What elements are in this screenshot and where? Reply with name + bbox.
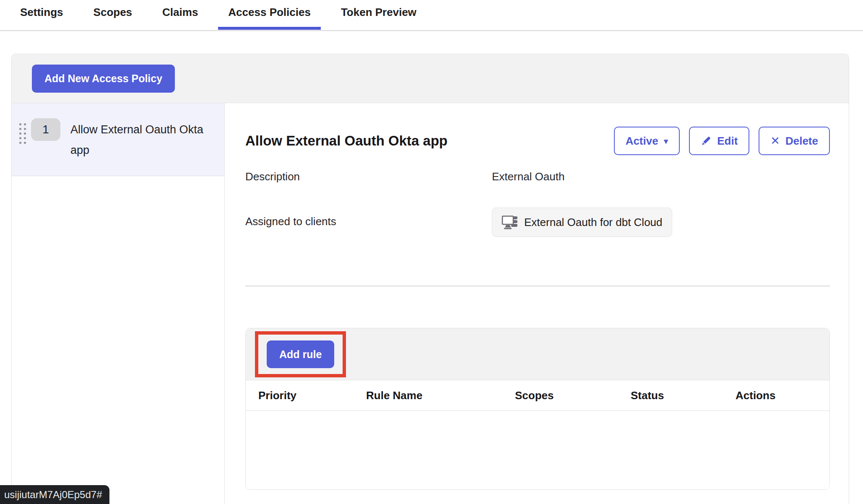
policy-detail-header: Allow External Oauth Okta app Active ▾ E… bbox=[245, 127, 830, 155]
add-rule-button[interactable]: Add rule bbox=[267, 340, 334, 368]
policy-title: Allow External Oauth Okta app bbox=[245, 133, 447, 149]
assigned-clients-row: Assigned to clients bbox=[245, 208, 830, 237]
panel-toolbar: Add New Access Policy bbox=[12, 54, 849, 103]
pencil-icon bbox=[701, 135, 712, 146]
client-chip-label: External Oauth for dbt Cloud bbox=[524, 216, 663, 229]
tab-scopes[interactable]: Scopes bbox=[94, 6, 133, 29]
policy-list-sidebar: 1 Allow External Oauth Okta app bbox=[12, 103, 225, 504]
assigned-clients-value: External Oauth for dbt Cloud bbox=[492, 208, 672, 237]
assigned-clients-label: Assigned to clients bbox=[245, 208, 492, 228]
close-icon: ✕ bbox=[770, 135, 780, 147]
column-header-scopes: Scopes bbox=[515, 389, 631, 402]
column-header-actions: Actions bbox=[736, 389, 829, 402]
status-dropdown-label: Active bbox=[626, 135, 658, 148]
drag-handle-icon[interactable] bbox=[19, 123, 26, 144]
policy-priority-badge: 1 bbox=[31, 118, 60, 141]
rules-panel: Add rule Priority Rule Name Scopes Statu… bbox=[245, 328, 830, 490]
column-header-priority: Priority bbox=[258, 389, 366, 402]
policy-list-item[interactable]: 1 Allow External Oauth Okta app bbox=[12, 103, 224, 176]
rules-toolbar: Add rule bbox=[246, 328, 829, 380]
annotation-highlight-box: Add rule bbox=[255, 331, 346, 377]
panel-body: 1 Allow External Oauth Okta app Allow Ex… bbox=[12, 103, 849, 504]
delete-button-label: Delete bbox=[785, 135, 818, 148]
policy-detail: Allow External Oauth Okta app Active ▾ E… bbox=[225, 103, 849, 504]
description-value: External Oauth bbox=[492, 170, 564, 183]
rules-table-header: Priority Rule Name Scopes Status Actions bbox=[246, 380, 829, 411]
tab-bar: Settings Scopes Claims Access Policies T… bbox=[0, 0, 863, 31]
edit-button[interactable]: Edit bbox=[689, 127, 749, 155]
access-policies-panel: Add New Access Policy 1 Allow External O… bbox=[11, 54, 849, 504]
tab-settings[interactable]: Settings bbox=[20, 6, 63, 29]
client-app-icon bbox=[502, 215, 518, 230]
section-divider bbox=[245, 286, 830, 286]
rules-table-body bbox=[246, 411, 829, 489]
policy-actions: Active ▾ Edit ✕ Delete bbox=[614, 127, 830, 155]
column-header-rule-name: Rule Name bbox=[366, 389, 515, 402]
client-chip[interactable]: External Oauth for dbt Cloud bbox=[492, 208, 672, 237]
status-dropdown-button[interactable]: Active ▾ bbox=[614, 127, 680, 155]
description-row: Description External Oauth bbox=[245, 170, 830, 183]
tab-access-policies[interactable]: Access Policies bbox=[228, 6, 311, 29]
tab-claims[interactable]: Claims bbox=[162, 6, 198, 29]
policy-item-label: Allow External Oauth Okta app bbox=[70, 118, 214, 161]
chevron-down-icon: ▾ bbox=[664, 137, 668, 145]
tab-token-preview[interactable]: Token Preview bbox=[341, 6, 416, 29]
description-label: Description bbox=[245, 170, 492, 183]
column-header-status: Status bbox=[631, 389, 736, 402]
delete-button[interactable]: ✕ Delete bbox=[759, 127, 830, 155]
add-new-access-policy-button[interactable]: Add New Access Policy bbox=[32, 65, 175, 93]
edit-button-label: Edit bbox=[717, 135, 738, 148]
link-preview-tooltip: usijiutarM7Aj0Ep5d7# bbox=[0, 485, 109, 504]
